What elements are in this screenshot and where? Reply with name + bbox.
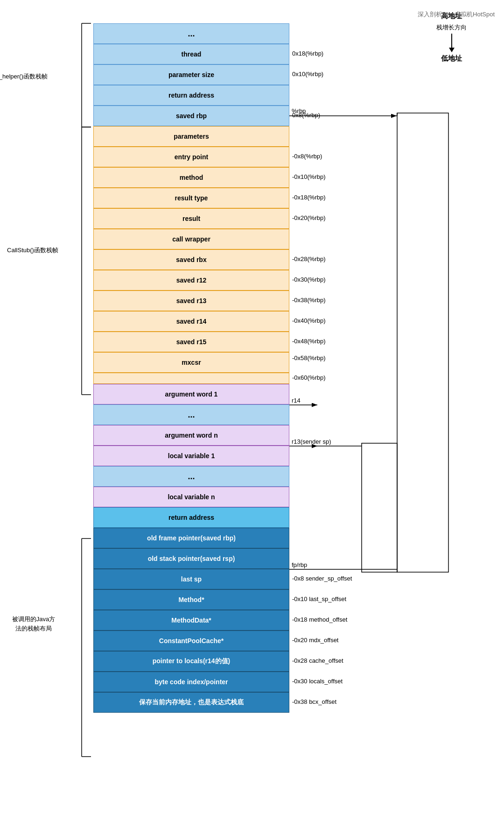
svg-text:法的栈帧布局: 法的栈帧布局 bbox=[15, 625, 52, 632]
cell-argument-word-n: argument word n bbox=[93, 425, 289, 446]
cell-parameter-size: parameter size 0x10(%rbp) bbox=[93, 64, 289, 85]
cell-last-sp: last sp -0x8 sender_sp_offset bbox=[93, 569, 289, 589]
cell-entry-point: entry point -0x8(%rbp) bbox=[93, 147, 289, 167]
cell-methoddata-ptr: MethodData* -0x18 method_offset bbox=[93, 610, 289, 631]
call-helper-section: ... thread 0x18(%rbp) parameter size 0x1… bbox=[93, 23, 289, 713]
cell-call-wrapper: call wrapper bbox=[93, 229, 289, 249]
cell-parameters: parameters bbox=[93, 126, 289, 147]
cell-dots-purple: ... bbox=[93, 404, 289, 425]
cell-result: result -0x20(%rbp) bbox=[93, 208, 289, 229]
cell-argument-word-1: argument word 1 bbox=[93, 384, 289, 404]
cell-result-type: result type -0x18(%rbp) bbox=[93, 188, 289, 208]
cell-dots-purple-2: ... bbox=[93, 466, 289, 487]
main-container: 高地址 栈增长方向 低地址 call_helper()函数栈帧 CallStub… bbox=[0, 0, 504, 23]
cell-method-ptr: Method* -0x10 last_sp_offset bbox=[93, 589, 289, 610]
cell-constantpoolcache-ptr: ConstantPoolCache* -0x20 mdx_offset bbox=[93, 631, 289, 651]
cell-saved-r12: saved r12 -0x30(%rbp) bbox=[93, 270, 289, 291]
cell-return-address-java: return address bbox=[93, 507, 289, 528]
cell-method: method -0x10(%rbp) bbox=[93, 167, 289, 188]
cell-saved-r13: saved r13 -0x38(%rbp) bbox=[93, 291, 289, 311]
cell-return-address-top: return address bbox=[93, 85, 289, 106]
cell-saved-rbp-top: saved rbp 0x8(%rbp) bbox=[93, 106, 289, 126]
cell-saved-rbx: saved rbx -0x28(%rbp) bbox=[93, 249, 289, 270]
cell-mxcsr: mxcsr -0x58(%rbp) bbox=[93, 352, 289, 373]
svg-text:CallStub()函数栈帧: CallStub()函数栈帧 bbox=[7, 247, 58, 254]
svg-text:call_helper()函数栈帧: call_helper()函数栈帧 bbox=[0, 73, 48, 80]
cell-saved-r15: saved r15 -0x48(%rbp) bbox=[93, 332, 289, 352]
svg-text:r13(sender sp): r13(sender sp) bbox=[292, 438, 331, 445]
cell-mxcsr-extra: -0x60(%rbp) bbox=[93, 373, 289, 384]
cell-save-memory-addr: 保存当前内存地址，也是表达式栈底 -0x38 bcx_offset bbox=[93, 692, 289, 713]
address-direction-label: 高地址 栈增长方向 低地址 bbox=[436, 12, 467, 63]
svg-text:被调用的Java方: 被调用的Java方 bbox=[12, 616, 55, 623]
stack-dir-label: 栈增长方向 bbox=[436, 23, 467, 32]
low-addr-label: 低地址 bbox=[436, 54, 467, 63]
watermark: 深入剖析Java虚拟机HotSpot bbox=[418, 10, 495, 19]
cell-old-frame-pointer: old frame pointer(saved rbp) bbox=[93, 528, 289, 548]
direction-arrow bbox=[436, 34, 467, 52]
cell-thread: thread 0x18(%rbp) bbox=[93, 44, 289, 64]
cell-local-variable-n: local variable n bbox=[93, 487, 289, 507]
svg-rect-23 bbox=[362, 443, 397, 572]
cell-bytecode-index: byte code index/pointer -0x30 locals_off… bbox=[93, 672, 289, 692]
cell-dots-top: ... bbox=[93, 23, 289, 44]
svg-text:r14: r14 bbox=[292, 397, 301, 404]
svg-text:fp/rbp: fp/rbp bbox=[292, 561, 307, 568]
cell-saved-r14: saved r14 -0x40(%rbp) bbox=[93, 311, 289, 332]
svg-rect-19 bbox=[397, 113, 448, 572]
cell-pointer-to-locals: pointer to locals(r14的值) -0x28 cache_off… bbox=[93, 651, 289, 672]
cell-local-variable-1: local variable 1 bbox=[93, 446, 289, 466]
cell-old-stack-pointer: old stack pointer(saved rsp) bbox=[93, 548, 289, 569]
